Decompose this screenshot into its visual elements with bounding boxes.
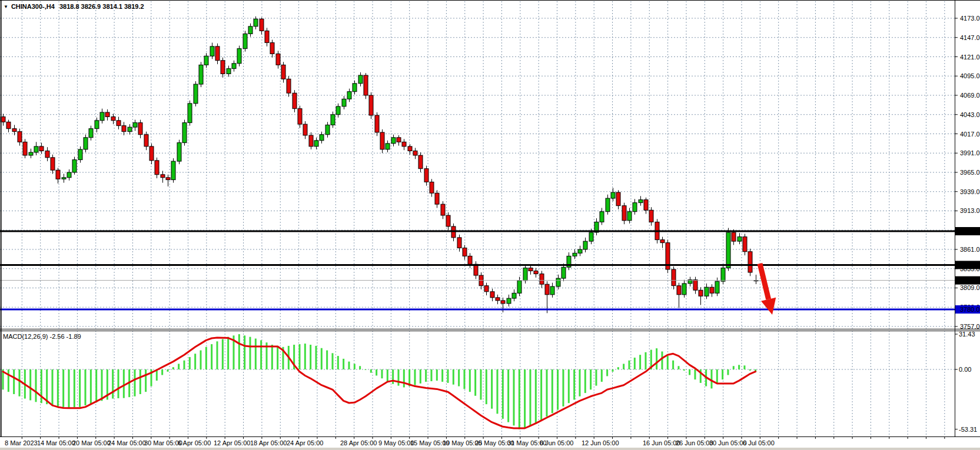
bull-candle (84, 138, 88, 149)
bear-candle (122, 126, 126, 132)
bull-candle (227, 69, 231, 74)
bull-candle (358, 75, 363, 84)
bull-candle (705, 287, 709, 296)
bull-candle (128, 127, 132, 132)
bear-candle (1, 117, 5, 122)
bear-candle (418, 155, 423, 169)
bear-candle (111, 117, 115, 121)
bear-candle (23, 142, 27, 155)
bear-candle (166, 178, 170, 180)
bull-candle (72, 160, 77, 172)
price-tick-label: 3965.0 (960, 169, 980, 176)
bear-candle (364, 75, 368, 95)
bear-candle (484, 286, 489, 292)
bear-candle (12, 129, 16, 132)
bear-candle (45, 151, 49, 157)
bull-candle (342, 99, 346, 106)
bear-candle (380, 132, 384, 149)
bear-candle (138, 123, 142, 135)
svg-text:3840.0: 3840.0 (960, 261, 980, 268)
bull-candle (523, 268, 527, 280)
bear-candle (534, 271, 538, 274)
bull-candle (320, 135, 324, 141)
bull-candle (386, 144, 390, 149)
time-tick-label: 6 Jul 05:00 (743, 439, 775, 446)
bear-candle (6, 122, 11, 128)
price-tick-label: 4173.0 (960, 15, 980, 22)
bull-candle (336, 106, 340, 115)
price-tag-3840.0: 3840.0 (955, 261, 980, 269)
price-tick-label: 3991.0 (960, 149, 980, 156)
bull-candle (188, 104, 192, 123)
time-tick-label: 16 Jun 05:00 (643, 439, 680, 446)
bull-candle (721, 268, 725, 281)
bear-candle (748, 252, 752, 272)
bear-candle (221, 61, 225, 74)
bear-candle (435, 193, 439, 204)
time-tick-label: 24 Mar 05:00 (108, 439, 146, 446)
bear-candle (155, 161, 159, 175)
symbol-name: CHINA300-,H4 (11, 3, 55, 10)
bull-candle (133, 123, 137, 128)
bottom-chrome (0, 448, 980, 450)
bull-candle (512, 293, 516, 298)
price-tag-3885.6: 3885.6 (955, 227, 980, 235)
bear-candle (732, 232, 736, 241)
bull-candle (78, 149, 82, 160)
svg-text:3819.2: 3819.2 (960, 277, 980, 284)
bull-candle (325, 125, 330, 134)
bear-candle (441, 204, 445, 215)
bear-candle (430, 182, 434, 193)
svg-text:3780.0: 3780.0 (960, 306, 980, 313)
macd-indicator-label: MACD(12,26,9) -2.56 -1.89 (3, 333, 81, 340)
bear-candle (501, 301, 505, 304)
bear-candle (276, 54, 280, 65)
time-tick-label: 8 Mar 2023 (5, 439, 38, 446)
bear-candle (150, 146, 154, 161)
bear-candle (649, 210, 653, 222)
bull-candle (177, 143, 181, 161)
bear-candle (743, 237, 747, 252)
bull-candle (627, 212, 632, 221)
bull-candle (639, 200, 643, 203)
bull-candle (583, 241, 587, 249)
bull-candle (199, 65, 203, 84)
bear-candle (474, 264, 478, 275)
bear-candle (298, 109, 302, 124)
bear-candle (710, 287, 714, 293)
symbol-dropdown-icon[interactable]: ▼ (4, 4, 8, 9)
bull-candle (248, 26, 253, 34)
bear-candle (215, 46, 220, 61)
price-chart-canvas[interactable]: 4173.04147.04121.04095.04069.04043.04017… (0, 0, 980, 450)
bull-candle (556, 278, 560, 286)
bear-candle (693, 280, 697, 291)
price-tick-label: 4043.0 (960, 111, 980, 118)
bear-candle (457, 238, 461, 248)
bull-candle (62, 178, 66, 179)
price-tick-label: 4147.0 (960, 34, 980, 41)
time-tick-label: 6 Apr 05:00 (178, 439, 211, 446)
bear-candle (18, 132, 22, 142)
bear-candle (446, 215, 450, 226)
bear-candle (281, 65, 285, 79)
bear-candle (490, 292, 494, 298)
bull-candle (391, 138, 396, 144)
bear-candle (303, 124, 307, 135)
bull-candle (29, 152, 33, 155)
bull-candle (204, 56, 208, 65)
bull-candle (600, 212, 604, 222)
bear-candle (265, 31, 269, 42)
macd-scale-label: 0.00 (959, 366, 971, 373)
time-tick-label: 24 Apr 05:00 (287, 439, 323, 446)
bull-candle (232, 64, 236, 69)
bull-candle (171, 161, 175, 179)
bear-candle (270, 43, 274, 54)
time-tick-label: 6 Jun 05:00 (540, 439, 574, 446)
time-tick-label: 20 Mar 05:00 (72, 439, 111, 446)
price-tick-label: 4017.0 (960, 131, 980, 138)
symbol-ohlc-header: ▼CHINA300-,H43818.8 3826.9 3814.1 3819.2 (4, 3, 144, 10)
time-tick-label: 12 Jun 05:00 (582, 439, 619, 446)
bull-candle (331, 115, 335, 125)
bear-candle (51, 158, 55, 170)
bull-candle (562, 267, 566, 278)
